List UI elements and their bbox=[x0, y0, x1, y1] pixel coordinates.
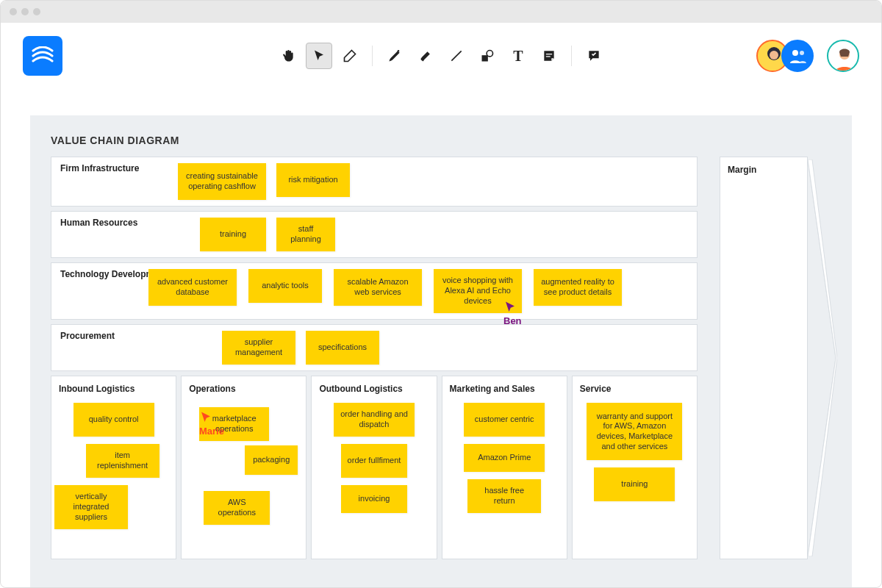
presence-avatars bbox=[756, 40, 859, 72]
col-label: Operations bbox=[189, 384, 298, 394]
hand-tool-icon[interactable] bbox=[275, 43, 301, 69]
app-window: T VALUE CHAIN DIAGRAM bbox=[0, 0, 882, 588]
window-dot[interactable] bbox=[21, 8, 29, 15]
cursor-tool-icon[interactable] bbox=[306, 43, 332, 69]
row-label: Human Resources bbox=[60, 218, 171, 228]
sticky-note[interactable]: marketplace operations bbox=[199, 407, 269, 441]
user-avatar[interactable] bbox=[827, 40, 859, 72]
sticky-note[interactable]: augmented reality to see product details bbox=[534, 269, 622, 306]
sticky-note[interactable]: scalable Amazon web services bbox=[334, 269, 422, 306]
window-titlebar bbox=[1, 1, 881, 23]
primary-col-inbound[interactable]: Inbound Logistics quality control item r… bbox=[51, 376, 176, 559]
sticky-note[interactable]: invoicing bbox=[341, 485, 407, 513]
svg-point-0 bbox=[398, 50, 400, 52]
sticky-note[interactable]: customer centric bbox=[464, 403, 545, 437]
window-dot[interactable] bbox=[10, 8, 17, 15]
row-label: Procurement bbox=[60, 331, 171, 341]
share-button[interactable] bbox=[781, 40, 814, 72]
margin-arrow-icon bbox=[808, 159, 837, 556]
eraser-tool-icon[interactable] bbox=[337, 43, 363, 69]
svg-point-7 bbox=[770, 51, 778, 60]
sticky-note[interactable]: Amazon Prime bbox=[464, 444, 545, 472]
app-logo[interactable] bbox=[23, 36, 62, 76]
diagram-title: VALUE CHAIN DIAGRAM bbox=[51, 135, 831, 146]
svg-rect-2 bbox=[482, 55, 488, 61]
comment-tool-icon[interactable] bbox=[581, 43, 607, 69]
marker-tool-icon[interactable] bbox=[412, 43, 439, 69]
support-row-firm-infrastructure[interactable]: Firm Infrastructure creating sustainable… bbox=[51, 157, 698, 207]
toolbar-divider bbox=[372, 46, 373, 66]
support-row-technology[interactable]: Technology Development advanced customer… bbox=[51, 262, 698, 320]
sticky-note[interactable]: risk mitigation bbox=[276, 163, 350, 197]
sticky-note[interactable]: packaging bbox=[245, 445, 298, 475]
primary-col-marketing[interactable]: Marketing and Sales customer centric Ama… bbox=[442, 376, 567, 559]
canvas-viewport[interactable]: VALUE CHAIN DIAGRAM Firm Infrastructure … bbox=[1, 89, 881, 587]
primary-col-service[interactable]: Service warranty and support for AWS, Am… bbox=[572, 376, 698, 559]
sticky-note[interactable]: order fullfiment bbox=[341, 444, 407, 478]
primary-activities-row: Inbound Logistics quality control item r… bbox=[51, 376, 698, 559]
col-label: Service bbox=[580, 384, 689, 394]
svg-point-3 bbox=[487, 51, 492, 57]
sticky-note[interactable]: creating sustainable operating cashflow bbox=[178, 163, 266, 200]
col-label: Marketing and Sales bbox=[450, 384, 559, 394]
sticky-note[interactable]: voice shopping with Alexa AI and Echo de… bbox=[434, 269, 522, 313]
support-row-procurement[interactable]: Procurement supplier management specific… bbox=[51, 324, 698, 371]
sticky-note[interactable]: order handling and dispatch bbox=[334, 403, 415, 437]
sticky-note[interactable]: hassle free return bbox=[467, 479, 541, 513]
toolbar-divider bbox=[571, 46, 572, 66]
sticky-note[interactable]: supplier management bbox=[222, 331, 295, 365]
text-tool-icon[interactable]: T bbox=[505, 43, 531, 69]
svg-marker-11 bbox=[808, 159, 837, 556]
sticky-note[interactable]: vertically integrated suppliers bbox=[54, 485, 128, 529]
shape-tool-icon[interactable] bbox=[474, 43, 501, 69]
svg-point-9 bbox=[800, 51, 804, 55]
sticky-note[interactable]: training bbox=[594, 467, 675, 501]
sticky-note[interactable]: AWS operations bbox=[204, 491, 270, 525]
window-dot[interactable] bbox=[33, 8, 40, 15]
canvas[interactable]: VALUE CHAIN DIAGRAM Firm Infrastructure … bbox=[30, 115, 852, 587]
topbar: T bbox=[1, 23, 881, 89]
line-tool-icon[interactable] bbox=[443, 43, 470, 69]
sticky-tool-icon[interactable] bbox=[536, 43, 562, 69]
sticky-note[interactable]: training bbox=[200, 218, 266, 251]
pen-tool-icon[interactable] bbox=[381, 43, 408, 69]
sticky-note[interactable]: item replenishment bbox=[86, 444, 159, 478]
sticky-note[interactable]: analytic tools bbox=[248, 269, 322, 303]
sticky-note[interactable]: quality control bbox=[74, 403, 154, 437]
svg-line-1 bbox=[451, 51, 461, 60]
svg-point-8 bbox=[792, 50, 798, 56]
col-label: Outbound Logistics bbox=[319, 384, 429, 394]
primary-col-operations[interactable]: Operations marketplace operations packag… bbox=[181, 376, 306, 559]
sticky-note[interactable]: specifications bbox=[306, 331, 379, 365]
support-row-human-resources[interactable]: Human Resources training staff planning bbox=[51, 211, 698, 258]
sticky-note[interactable]: advanced customer database bbox=[148, 269, 237, 306]
diagram-body: Firm Infrastructure creating sustainable… bbox=[51, 157, 831, 559]
sticky-note[interactable]: warranty and support for AWS, Amazon dev… bbox=[587, 403, 682, 460]
row-label: Firm Infrastructure bbox=[60, 163, 171, 173]
toolbar: T bbox=[275, 43, 607, 69]
col-label: Inbound Logistics bbox=[59, 384, 168, 394]
sticky-note[interactable]: staff planning bbox=[276, 218, 335, 251]
margin-panel[interactable]: Margin bbox=[720, 157, 808, 559]
primary-col-outbound[interactable]: Outbound Logistics order handling and di… bbox=[311, 376, 437, 559]
margin-label: Margin bbox=[728, 165, 800, 175]
